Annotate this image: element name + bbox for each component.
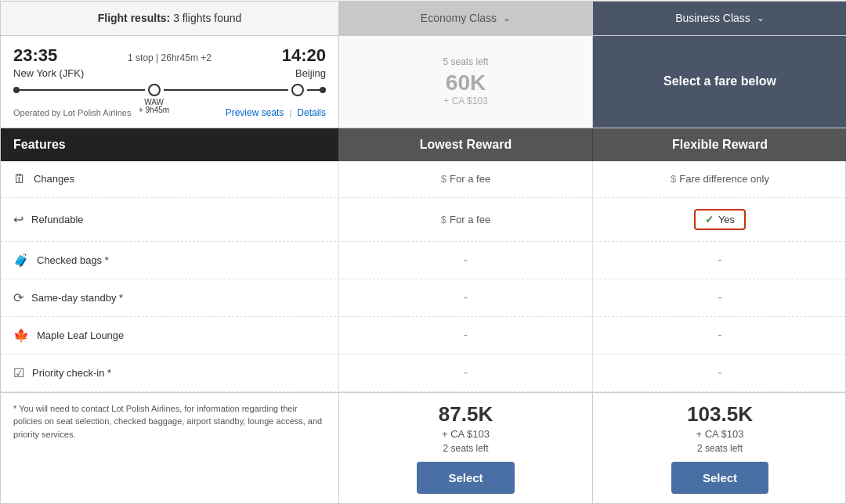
flexible-dash-5: - (718, 365, 721, 380)
lowest-cash: + CA $103 (442, 428, 490, 440)
feature-flexible-0: $Fare difference only (593, 161, 846, 197)
feature-rows: 🗓Changes$For a fee$Fare difference only↩… (1, 161, 845, 392)
lowest-points: 87.5K (439, 402, 493, 427)
flexible-dash-3: - (718, 290, 721, 304)
route-line-end (307, 89, 320, 91)
flexible-reward-header: Flexible Reward (593, 128, 846, 161)
lowest-seats: 2 seats left (443, 443, 488, 454)
route-line-right (164, 89, 289, 91)
feature-lowest-1: $For a fee (339, 198, 593, 241)
feature-label-3: ⟳Same-day standby * (1, 279, 339, 316)
flexible-select-button[interactable]: Select (671, 462, 768, 494)
feature-name-3: Same-day standby * (31, 292, 123, 304)
flight-results-header: Flight results: 3 flights found (1, 2, 339, 35)
feature-label-0: 🗓Changes (1, 161, 339, 197)
feature-name-0: Changes (34, 173, 74, 185)
origin-city: New York (JFK) (13, 67, 84, 79)
feature-row: 🍁Maple Leaf Lounge-- (1, 317, 845, 355)
flexible-dollar-0: $ (671, 173, 676, 185)
feature-icon-3: ⟳ (13, 290, 24, 305)
feature-name-4: Maple Leaf Lounge (37, 329, 124, 341)
business-class-label: Business Class (675, 12, 750, 24)
main-container: Flight results: 3 flights found Economy … (0, 1, 846, 504)
yes-label-1: Yes (718, 214, 735, 225)
feature-label-1: ↩Refundable (1, 198, 339, 241)
lowest-value-0: For a fee (450, 173, 490, 185)
feature-row: 🧳Checked bags *-- (1, 242, 845, 279)
feature-row: ↩Refundable$For a fee✓Yes (1, 198, 845, 242)
lowest-dollar-1: $ (441, 214, 446, 225)
stop-info: 1 stop | 26hr45m +2 (128, 52, 212, 63)
lowest-dash-3: - (464, 290, 468, 304)
waypoint-circle (148, 84, 161, 96)
route-end-circle (291, 84, 304, 96)
business-info-panel: Select a fare below (593, 36, 846, 128)
flight-info-row: 23:35 1 stop | 26hr45m +2 14:20 New York… (1, 36, 845, 128)
route-start-dot (13, 87, 20, 93)
feature-name-5: Priority check-in * (32, 367, 111, 379)
arrive-time: 14:20 (282, 45, 326, 66)
lowest-dash-4: - (464, 328, 468, 342)
route-waypoint: WAW + 9h45m (148, 84, 161, 96)
feature-row: ☑Priority check-in *-- (1, 355, 845, 392)
economy-cash: + CA $103 (443, 95, 487, 106)
select-fare-below-text: Select a fare below (663, 74, 776, 88)
feature-icon-2: 🧳 (13, 253, 29, 268)
footnote-text: * You will need to contact Lot Polish Ai… (13, 404, 322, 439)
lowest-dash-5: - (464, 365, 468, 380)
bottom-section: * You will need to contact Lot Polish Ai… (1, 392, 845, 503)
feature-lowest-5: - (339, 355, 593, 391)
lowest-pricing-panel: 87.5K + CA $103 2 seats left Select (339, 393, 593, 503)
preview-seats-link[interactable]: Preview seats (226, 107, 284, 118)
feature-icon-4: 🍁 (13, 328, 29, 343)
flexible-cash: + CA $103 (696, 428, 743, 440)
depart-time: 23:35 (13, 45, 57, 66)
flight-cities: New York (JFK) Beijing (13, 67, 326, 79)
flexible-points: 103.5K (687, 402, 753, 427)
feature-lowest-2: - (339, 242, 593, 279)
feature-lowest-0: $For a fee (339, 161, 593, 197)
feature-lowest-3: - (339, 279, 593, 316)
feature-flexible-4: - (593, 317, 846, 354)
route-line-left (20, 89, 145, 91)
lowest-value-1: For a fee (450, 214, 490, 225)
route-end-dot-circle (291, 84, 304, 96)
features-header-row: Features Lowest Reward Flexible Reward (1, 128, 845, 161)
economy-class-label: Economy Class (421, 12, 497, 24)
feature-label-5: ☑Priority check-in * (1, 355, 339, 391)
route-end-dot (320, 87, 326, 93)
economy-info-panel: 5 seats left 60K + CA $103 (339, 36, 593, 128)
flight-operated: Operated by Lot Polish Airlines Preview … (13, 107, 326, 118)
feature-row: 🗓Changes$For a fee$Fare difference only (1, 161, 845, 198)
flexible-dash-4: - (718, 328, 721, 342)
yes-check-icon: ✓ (705, 214, 714, 225)
lowest-dollar-0: $ (441, 173, 446, 185)
flexible-seats: 2 seats left (697, 443, 743, 454)
operated-by: Operated by Lot Polish Airlines (13, 108, 131, 117)
feature-label-2: 🧳Checked bags * (1, 242, 339, 279)
details-link[interactable]: Details (297, 107, 326, 118)
flight-links[interactable]: Preview seats | Details (226, 107, 326, 118)
feature-icon-1: ↩ (13, 212, 24, 227)
business-chevron-icon: ⌄ (757, 13, 765, 23)
feature-name-1: Refundable (31, 214, 84, 225)
flight-details-panel: 23:35 1 stop | 26hr45m +2 14:20 New York… (1, 36, 339, 128)
feature-flexible-2: - (593, 242, 846, 279)
lowest-select-button[interactable]: Select (417, 462, 514, 494)
economy-seats-left: 5 seats left (443, 56, 488, 67)
features-column-header: Features (1, 128, 339, 161)
flexible-dash-2: - (718, 253, 721, 267)
economy-class-selector[interactable]: Economy Class ⌄ (339, 2, 593, 35)
header-row: Flight results: 3 flights found Economy … (1, 2, 845, 36)
feature-row: ⟳Same-day standby *-- (1, 279, 845, 317)
lowest-reward-header: Lowest Reward (339, 128, 593, 161)
feature-lowest-4: - (339, 317, 593, 354)
waypoint-time: + 9h45m (139, 106, 169, 114)
flexible-pricing-panel: 103.5K + CA $103 2 seats left Select (593, 393, 846, 503)
economy-points: 60K (446, 70, 486, 95)
feature-flexible-1: ✓Yes (593, 198, 846, 241)
destination-city: Beijing (295, 67, 326, 79)
economy-chevron-icon: ⌄ (503, 13, 511, 23)
business-class-selector[interactable]: Business Class ⌄ (593, 2, 846, 35)
flight-times: 23:35 1 stop | 26hr45m +2 14:20 (13, 45, 326, 66)
